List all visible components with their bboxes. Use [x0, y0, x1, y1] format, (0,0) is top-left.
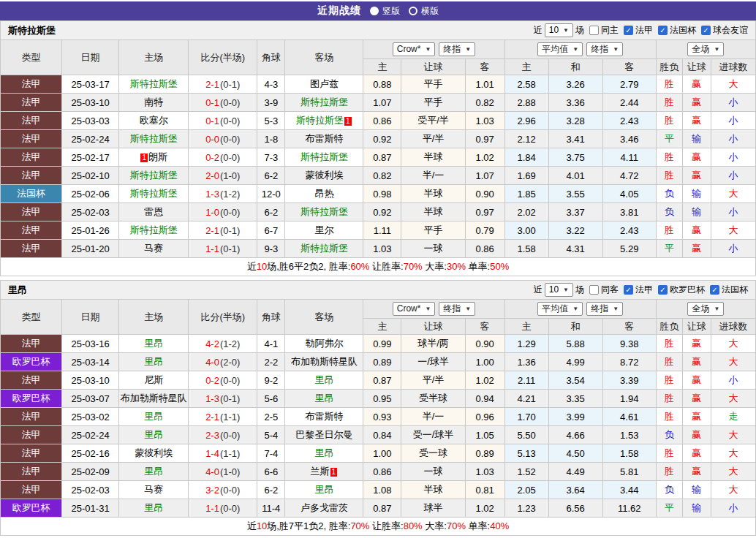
match-count-select[interactable]: 10▼	[545, 283, 573, 297]
team-name-link[interactable]: 蒙彼利埃	[135, 447, 173, 458]
recent-results-page: 近期战绩 竖版 横版 斯特拉斯堡 近 10▼ 场 同主 ✓ 法甲 ✓ 法国杯 ✓…	[0, 0, 756, 536]
league-type-cell: 法甲	[1, 203, 62, 221]
result-group-header: 全场▼	[656, 40, 755, 59]
league-checkbox-2[interactable]: ✓	[701, 26, 711, 35]
date-cell: 25-03-16	[62, 335, 119, 353]
score-cell: 1-1(0-0)	[189, 499, 257, 518]
result-handicap-cell: 赢	[682, 335, 711, 353]
corners-cell: 6-7	[257, 221, 285, 240]
avg-stage-select[interactable]: 终指▼	[586, 302, 623, 316]
same-venue-checkbox[interactable]	[589, 285, 599, 295]
handicap-line-cell: 平手	[401, 94, 465, 112]
handicap-line-cell: 半球	[401, 481, 465, 499]
team-name-link[interactable]: 斯特拉斯堡	[130, 133, 178, 144]
league-checkbox-0[interactable]: ✓	[624, 285, 633, 295]
team-name-link[interactable]: 斯特拉斯堡	[130, 188, 178, 199]
corners-cell: 6-2	[257, 481, 285, 499]
team-name-link[interactable]: 斯特拉斯堡	[130, 224, 178, 235]
match-count-select[interactable]: 10▼	[545, 23, 573, 37]
team-name-link[interactable]: 雷恩	[144, 206, 163, 217]
away-team-cell: 布加勒斯特星队	[285, 353, 363, 371]
avg-away-cell: 3.44	[602, 481, 656, 499]
scope-select[interactable]: 全场▼	[687, 42, 724, 56]
layout-horizontal-option[interactable]: 横版	[409, 5, 439, 18]
team-name-link[interactable]: 里昂	[144, 356, 163, 367]
home-team-cell: 里昂	[119, 408, 189, 426]
team-name-link[interactable]: 布加勒斯特星队	[291, 356, 358, 367]
team-name-link[interactable]: 里昂	[144, 411, 163, 422]
team-name-link[interactable]: 欧塞尔	[140, 115, 168, 126]
halftime-score: (0-0)	[220, 152, 240, 163]
avg-source-select[interactable]: 平均值▼	[537, 302, 583, 316]
team-name-link[interactable]: 里昂	[314, 393, 333, 404]
result-wdl-cell: 胜	[656, 112, 682, 130]
chevron-down-icon: ▼	[425, 44, 431, 55]
team-name-link[interactable]: 南特	[144, 96, 163, 107]
result-wdl-cell: 胜	[656, 408, 682, 426]
team-name-link[interactable]: 斯特拉斯堡	[300, 243, 348, 254]
team-name-link[interactable]: 里昂	[144, 429, 163, 440]
handicap-home-odds-cell: 0.86	[363, 463, 401, 481]
team-name-link[interactable]: 里昂	[144, 338, 163, 349]
team-name-link[interactable]: 里昂	[314, 484, 333, 495]
avg-home-cell: 1.52	[504, 463, 548, 481]
league-checkbox-1[interactable]: ✓	[658, 26, 668, 35]
league-checkbox-2[interactable]: ✓	[710, 285, 719, 295]
team-name-link[interactable]: 里昂	[144, 466, 163, 477]
team-name-link[interactable]: 斯特拉斯堡	[300, 151, 348, 162]
team-name-link[interactable]: 布雷斯特	[305, 411, 343, 422]
team-name-link[interactable]: 里昂	[314, 447, 333, 458]
team-name-link[interactable]: 马赛	[144, 243, 163, 254]
handicap-home-odds-cell: 0.95	[363, 390, 401, 408]
corners-cell: 9-2	[257, 371, 285, 390]
col-header-away: 客场	[285, 40, 363, 75]
odds-source-select[interactable]: Crow*▼	[393, 302, 436, 316]
team-name-link[interactable]: 布雷斯特	[305, 133, 343, 144]
league-checkbox-0[interactable]: ✓	[624, 26, 633, 35]
odds-stage-select[interactable]: 终指▼	[439, 42, 475, 56]
score-cell: 0-0(0-0)	[189, 130, 257, 148]
avg-stage-select[interactable]: 终指▼	[586, 42, 623, 56]
handicap-away-odds-cell: 1.02	[465, 148, 504, 167]
scope-select[interactable]: 全场▼	[687, 302, 724, 316]
team-name-link[interactable]: 斯特拉斯堡	[300, 96, 348, 107]
team-name-link[interactable]: 里昂	[144, 502, 163, 513]
result-handicap-cell: 赢	[682, 426, 711, 444]
result-goals-cell: 大	[711, 444, 755, 463]
team-name-link[interactable]: 尼斯	[144, 374, 163, 385]
team-name-link[interactable]: 里尔	[314, 224, 333, 235]
avg-home-cell: 2.96	[504, 112, 548, 130]
team-name-link[interactable]: 朗斯	[148, 151, 167, 162]
league-checkbox-1[interactable]: ✓	[658, 285, 668, 295]
odds-stage-select[interactable]: 终指▼	[439, 302, 475, 316]
team-name-link[interactable]: 勒阿弗尔	[305, 338, 343, 349]
score-cell: 2-1(0-1)	[189, 221, 257, 240]
fulltime-score: 1-1	[205, 503, 219, 514]
team-name-link[interactable]: 马赛	[144, 484, 163, 495]
team-name-link[interactable]: 斯特拉斯堡	[300, 206, 348, 217]
team-name-link[interactable]: 斯特拉斯堡	[130, 170, 178, 181]
away-team-cell: 昂热	[285, 185, 363, 203]
odds-source-select[interactable]: Crow*▼	[393, 42, 436, 56]
team-name-link[interactable]: 卢多戈雷茨	[300, 502, 348, 513]
avg-home-cell: 4.21	[504, 390, 548, 408]
team-name-link[interactable]: 斯特拉斯堡	[296, 115, 344, 126]
team-name-link[interactable]: 巴黎圣日尔曼	[295, 429, 352, 440]
team-name-link[interactable]: 斯特拉斯堡	[130, 78, 178, 89]
halftime-score: (1-1)	[220, 448, 240, 459]
team-name-link[interactable]: 兰斯	[311, 466, 330, 477]
score-cell: 0-1(0-0)	[189, 94, 257, 112]
home-team-cell: 尼斯	[119, 371, 189, 390]
avg-source-select[interactable]: 平均值▼	[537, 42, 583, 56]
team-name-link[interactable]: 图卢兹	[310, 78, 339, 89]
handicap-line-cell: 平手	[401, 75, 465, 94]
league-type-cell: 法甲	[1, 444, 62, 463]
layout-vertical-option[interactable]: 竖版	[370, 5, 400, 18]
team-name-link[interactable]: 里昂	[314, 374, 333, 385]
team-name-link[interactable]: 蒙彼利埃	[305, 170, 343, 181]
corners-cell: 4-3	[257, 75, 285, 94]
team-name-link[interactable]: 布加勒斯特星队	[121, 393, 187, 404]
same-venue-checkbox[interactable]	[589, 26, 599, 35]
team-name-link[interactable]: 昂热	[314, 188, 333, 199]
avg-away-cell: 11.62	[602, 499, 656, 518]
